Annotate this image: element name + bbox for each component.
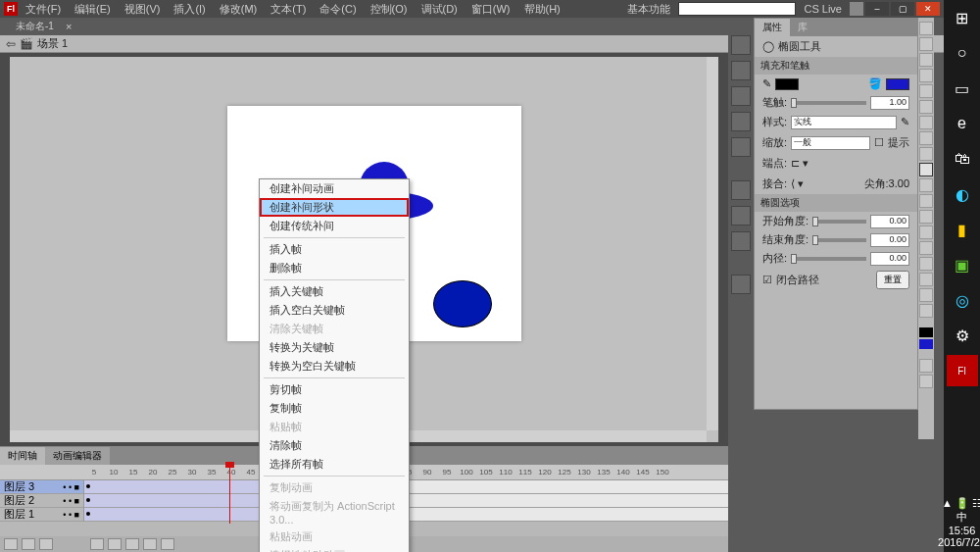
start-angle-value[interactable]: 0.00	[870, 215, 909, 228]
stroke-swatch-mini[interactable]	[919, 327, 933, 337]
dock-project-icon[interactable]	[731, 275, 751, 294]
paint-bucket-tool-icon[interactable]	[919, 241, 933, 255]
workspace-preset[interactable]: 基本功能	[621, 0, 676, 19]
free-transform-tool-icon[interactable]	[919, 53, 933, 67]
frame-number[interactable]: 110	[496, 468, 515, 477]
play-button[interactable]	[125, 538, 139, 550]
maximize-button[interactable]: ▢	[891, 2, 914, 16]
windows-start-icon[interactable]: ⊞	[947, 2, 978, 33]
menu-edit[interactable]: 编辑(E)	[69, 0, 117, 19]
frame-number[interactable]: 95	[437, 468, 457, 477]
flash-taskbar-icon[interactable]: Fl	[947, 355, 978, 386]
frame-number[interactable]: 115	[515, 468, 535, 477]
store-icon[interactable]: 🛍	[947, 143, 978, 175]
tab-library[interactable]: 库	[790, 19, 815, 36]
dock-transform-icon[interactable]	[731, 137, 751, 157]
eraser-tool-icon[interactable]	[919, 273, 933, 286]
fill-color-swatch[interactable]	[886, 78, 909, 90]
cm-create-shape-tween[interactable]: 创建补间形状	[260, 198, 409, 217]
frame-number[interactable]: 130	[574, 468, 594, 477]
back-arrow-icon[interactable]: ⇦	[6, 37, 16, 51]
frame-number[interactable]: 105	[476, 468, 496, 477]
cslive-button[interactable]: CS Live	[798, 1, 848, 17]
menu-debug[interactable]: 调试(D)	[416, 0, 464, 19]
new-layer-button[interactable]	[4, 538, 18, 550]
section-fill-stroke[interactable]: 填充和笔触	[755, 57, 917, 75]
frame-number[interactable]: 15	[123, 468, 143, 477]
frame-number[interactable]: 40	[221, 468, 241, 477]
tab-properties[interactable]: 属性	[755, 19, 790, 36]
cm-cut-frames[interactable]: 剪切帧	[260, 380, 409, 399]
frame-number[interactable]: 5	[84, 468, 104, 477]
close-path-checkbox[interactable]: 闭合路径	[776, 273, 819, 287]
delete-layer-button[interactable]	[39, 538, 53, 550]
inner-radius-value[interactable]: 0.00	[870, 252, 909, 266]
settings-icon[interactable]: ⚙	[947, 320, 978, 351]
tab-motion-editor[interactable]: 动画编辑器	[45, 447, 110, 465]
new-folder-button[interactable]	[22, 538, 35, 550]
menu-view[interactable]: 视图(V)	[119, 0, 167, 19]
next-frame-button[interactable]	[143, 538, 157, 550]
shape-oval[interactable]	[433, 280, 492, 327]
3d-rotation-tool-icon[interactable]	[919, 69, 933, 82]
dock-code-icon[interactable]	[731, 180, 751, 200]
stroke-value[interactable]: 1.00	[870, 96, 909, 110]
pen-tool-icon[interactable]	[919, 100, 933, 114]
dock-info-icon[interactable]	[731, 112, 751, 131]
eyedropper-tool-icon[interactable]	[919, 257, 933, 271]
dock-align-icon[interactable]	[731, 86, 751, 106]
cm-insert-keyframe[interactable]: 插入关键帧	[260, 282, 409, 301]
hint-checkbox[interactable]: 提示	[888, 135, 909, 150]
snap-option-icon[interactable]	[919, 359, 933, 373]
frame-number[interactable]: 35	[202, 468, 221, 477]
menu-window[interactable]: 窗口(W)	[466, 0, 516, 19]
edge-icon[interactable]: e	[947, 108, 978, 139]
frame-number[interactable]: 20	[143, 468, 163, 477]
frame-number[interactable]: 125	[555, 468, 574, 477]
end-angle-slider[interactable]	[812, 238, 866, 242]
dock-motion-presets-icon[interactable]	[731, 231, 751, 251]
media-icon[interactable]: ◎	[947, 284, 978, 316]
cm-remove-frame[interactable]: 删除帧	[260, 259, 409, 277]
frame-number[interactable]: 135	[594, 468, 613, 477]
taskview-icon[interactable]: ▭	[947, 73, 978, 104]
dock-swatches-icon[interactable]	[731, 61, 751, 80]
text-tool-icon[interactable]	[919, 116, 933, 129]
cm-insert-frame[interactable]: 插入帧	[260, 240, 409, 259]
layer-name[interactable]: 图层 2	[4, 493, 34, 508]
tab-timeline[interactable]: 时间轴	[0, 447, 45, 465]
rectangle-tool-icon[interactable]	[919, 147, 933, 161]
layer-name[interactable]: 图层 3	[4, 479, 34, 494]
frame-number[interactable]: 10	[104, 468, 123, 477]
reset-button[interactable]: 重置	[876, 271, 909, 289]
inner-radius-slider[interactable]	[791, 257, 866, 261]
explorer-icon[interactable]: ▮	[947, 214, 978, 245]
dash-icon[interactable]	[850, 2, 863, 16]
fill-swatch-mini[interactable]	[919, 339, 933, 349]
search-input[interactable]	[678, 2, 796, 16]
style-select[interactable]: 实线	[791, 116, 897, 129]
frame-number[interactable]: 150	[653, 468, 672, 477]
last-frame-button[interactable]	[161, 538, 174, 550]
ime-indicator[interactable]: 中	[938, 510, 980, 525]
selection-tool-icon[interactable]	[919, 22, 933, 35]
frame-number[interactable]: 90	[417, 468, 437, 477]
cm-convert-blank-keyframe[interactable]: 转换为空白关键帧	[260, 357, 409, 376]
cm-clear-frames[interactable]: 清除帧	[260, 436, 409, 455]
menu-help[interactable]: 帮助(H)	[518, 0, 566, 19]
lasso-tool-icon[interactable]	[919, 84, 933, 98]
cm-create-motion-tween[interactable]: 创建补间动画	[260, 179, 409, 198]
oval-tool-icon[interactable]	[919, 163, 933, 176]
brush-tool-icon[interactable]	[919, 194, 933, 208]
menu-commands[interactable]: 命令(C)	[314, 0, 362, 19]
scale-select[interactable]: 一般	[791, 136, 870, 150]
join-select[interactable]: ⟨ ▾	[791, 177, 804, 190]
browser-icon[interactable]: ◐	[947, 178, 978, 210]
zoom-tool-icon[interactable]	[919, 304, 933, 318]
system-clock[interactable]: ▲ 🔋 ☷ 中 15:56 2016/7/21	[938, 493, 980, 552]
cm-insert-blank-keyframe[interactable]: 插入空白关键帧	[260, 301, 409, 320]
bone-tool-icon[interactable]	[919, 226, 933, 239]
section-oval-options[interactable]: 椭圆选项	[755, 194, 917, 212]
close-button[interactable]: ✕	[916, 2, 940, 16]
frame-number[interactable]: 30	[182, 468, 202, 477]
